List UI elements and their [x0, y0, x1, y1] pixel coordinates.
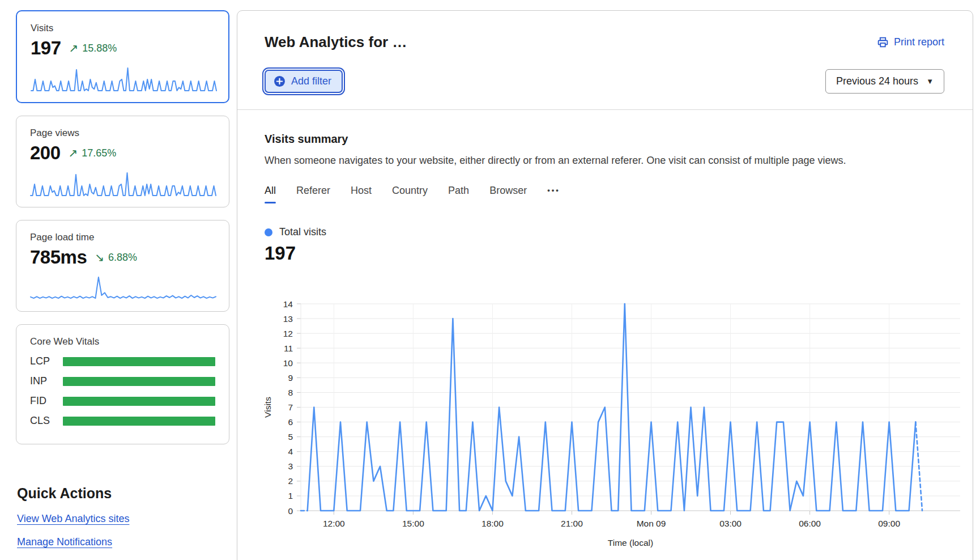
svg-text:Time (local): Time (local) [608, 538, 653, 548]
metric-title: Visits [31, 23, 215, 34]
page-title: Web Analytics for … [265, 33, 407, 51]
add-filter-label: Add filter [291, 75, 331, 87]
quick-actions-title: Quick Actions [17, 485, 229, 502]
view-web-analytics-sites-link[interactable]: View Web Analytics sites [17, 513, 129, 525]
metric-value-row: 200 ↗ 17.65% [30, 142, 215, 164]
web-analytics-panel: Web Analytics for … Print report [237, 10, 973, 560]
legend-label: Total visits [279, 226, 326, 238]
tab-host[interactable]: Host [351, 185, 372, 199]
cwv-row-inp: INP [30, 375, 215, 387]
add-filter-button[interactable]: Add filter [265, 70, 343, 93]
svg-text:Visits: Visits [263, 397, 272, 418]
trend-percent: 6.88% [108, 252, 137, 264]
core-web-vitals-card[interactable]: Core Web Vitals LCP INP FID CLS [16, 324, 229, 444]
cwv-bar-good [63, 397, 215, 406]
svg-text:8: 8 [288, 388, 293, 397]
dimension-tabs: All Referer Host Country Path Browser ••… [265, 185, 944, 199]
metric-value: 785ms [30, 247, 87, 268]
svg-text:09:00: 09:00 [878, 519, 900, 528]
svg-text:3: 3 [288, 461, 293, 471]
metric-value-row: 785ms ↘ 6.88% [30, 247, 215, 268]
svg-text:12: 12 [283, 329, 293, 338]
tab-browser[interactable]: Browser [489, 185, 527, 199]
page-load-sparkline [30, 275, 216, 302]
trend-up-icon: ↗ [69, 43, 79, 54]
metric-title: Page load time [30, 232, 215, 243]
metric-value: 197 [31, 37, 61, 59]
cwv-bar-good [63, 377, 215, 386]
svg-text:03:00: 03:00 [719, 519, 742, 528]
cwv-label: INP [30, 375, 63, 387]
svg-text:2: 2 [288, 476, 293, 486]
printer-icon [877, 36, 889, 48]
svg-text:13: 13 [283, 314, 293, 324]
svg-text:6: 6 [288, 417, 293, 427]
svg-text:0: 0 [288, 506, 293, 516]
svg-text:15:00: 15:00 [402, 519, 424, 528]
svg-text:1: 1 [288, 491, 293, 500]
trend-badge: ↗ 17.65% [69, 147, 117, 159]
svg-text:21:00: 21:00 [561, 519, 583, 528]
svg-text:9: 9 [288, 373, 293, 383]
svg-text:Mon 09: Mon 09 [637, 519, 666, 528]
time-range-dropdown[interactable]: Previous 24 hours ▼ [825, 69, 944, 94]
metric-card-visits[interactable]: Visits 197 ↗ 15.88% [16, 10, 229, 103]
panel-header: Web Analytics for … Print report [237, 11, 973, 51]
print-report-link[interactable]: Print report [877, 36, 944, 48]
chart-legend: Total visits [265, 226, 944, 238]
print-report-label: Print report [894, 36, 944, 48]
metric-value-row: 197 ↗ 15.88% [31, 37, 215, 59]
svg-text:12:00: 12:00 [323, 519, 345, 528]
cwv-bar-good [63, 417, 215, 426]
tab-country[interactable]: Country [392, 185, 428, 199]
svg-text:10: 10 [283, 358, 293, 368]
cwv-label: CLS [30, 415, 63, 427]
visits-sparkline [31, 66, 217, 93]
manage-notifications-link[interactable]: Manage Notifications [17, 536, 112, 548]
metric-value: 200 [30, 142, 61, 164]
metrics-sidebar: Visits 197 ↗ 15.88% Page views 200 ↗ 17.… [16, 10, 229, 560]
cwv-row-lcp: LCP [30, 355, 215, 367]
tab-path[interactable]: Path [448, 185, 469, 199]
trend-badge: ↘ 6.88% [95, 252, 137, 264]
metric-card-page-load-time[interactable]: Page load time 785ms ↘ 6.88% [16, 220, 229, 312]
chart-container: 0123456789101112131412:0015:0018:0021:00… [263, 296, 944, 554]
cwv-bar-good [63, 357, 215, 366]
svg-text:4: 4 [288, 447, 293, 456]
trend-up-icon: ↗ [69, 147, 78, 159]
svg-text:18:00: 18:00 [482, 519, 504, 528]
core-web-vitals-rows: LCP INP FID CLS [30, 355, 215, 427]
svg-text:14: 14 [283, 299, 293, 309]
trend-percent: 17.65% [82, 147, 116, 159]
metric-title: Page views [30, 128, 215, 139]
section-description: When someone navigates to your website, … [265, 155, 944, 167]
header-divider [237, 109, 973, 110]
legend-dot-icon [265, 228, 272, 236]
svg-text:06:00: 06:00 [799, 519, 821, 528]
plus-circle-icon [274, 75, 286, 87]
visits-summary-section: Visits summary When someone navigates to… [237, 133, 973, 554]
tab-all[interactable]: All [265, 185, 276, 199]
core-web-vitals-title: Core Web Vitals [30, 336, 215, 347]
cwv-label: LCP [30, 355, 63, 367]
section-title: Visits summary [265, 133, 944, 146]
trend-down-icon: ↘ [95, 252, 104, 263]
more-tabs-button[interactable]: ••• [547, 186, 560, 198]
trend-badge: ↗ 15.88% [69, 43, 117, 54]
cwv-row-cls: CLS [30, 415, 215, 427]
quick-actions: Quick Actions View Web Analytics sites M… [16, 485, 229, 560]
total-visits-value: 197 [265, 243, 944, 264]
filter-row: Add filter Previous 24 hours ▼ [237, 69, 973, 94]
chevron-down-icon: ▼ [926, 77, 934, 86]
trend-percent: 15.88% [82, 43, 117, 54]
web-analytics-page: Visits 197 ↗ 15.88% Page views 200 ↗ 17.… [0, 0, 980, 560]
svg-text:5: 5 [288, 432, 293, 442]
time-range-label: Previous 24 hours [836, 75, 918, 87]
svg-text:7: 7 [288, 402, 293, 412]
cwv-label: FID [30, 395, 63, 407]
svg-text:11: 11 [284, 343, 293, 353]
visits-chart: 0123456789101112131412:0015:0018:0021:00… [263, 296, 969, 552]
cwv-row-fid: FID [30, 395, 215, 407]
metric-card-page-views[interactable]: Page views 200 ↗ 17.65% [16, 116, 229, 207]
tab-referer[interactable]: Referer [296, 185, 330, 199]
